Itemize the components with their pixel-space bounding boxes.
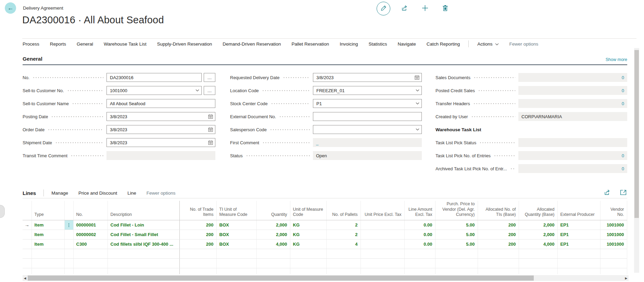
cell-trade_items[interactable]: 200 xyxy=(179,220,216,230)
ellipsis-button[interactable]: … xyxy=(204,86,215,95)
cell-vendor_no[interactable]: 1001000 xyxy=(600,220,627,230)
cell-quantity[interactable]: 2,000 xyxy=(256,230,290,239)
column-header-quantity[interactable]: Quantity xyxy=(256,201,290,220)
cell-type[interactable]: Item xyxy=(31,220,64,230)
cell-line_amount[interactable]: 0.00 xyxy=(404,230,435,239)
vertical-scrollbar-thumb[interactable] xyxy=(634,50,639,218)
edit-button[interactable] xyxy=(377,2,390,15)
cell-unit_price[interactable] xyxy=(361,230,404,239)
input-shipment-date[interactable]: 3/8/2023 xyxy=(106,138,215,147)
column-header-unit_price[interactable]: Unit Price Excl. Tax xyxy=(361,201,404,220)
side-pane-handle[interactable] xyxy=(0,205,5,218)
cell-ext_producer[interactable]: EP1 xyxy=(557,239,600,249)
calendar-icon[interactable] xyxy=(415,75,419,80)
cell-alloc_qty[interactable]: 4,000 xyxy=(519,239,557,249)
scroll-right-arrow-icon[interactable]: ▶ xyxy=(624,275,629,281)
column-header-no[interactable]: No. xyxy=(73,201,108,220)
ribbon-item-reports[interactable]: Reports xyxy=(50,41,66,47)
scroll-left-arrow-icon[interactable]: ◀ xyxy=(23,275,27,281)
cell-ti_uom[interactable]: BOX xyxy=(216,239,256,249)
cell-uom[interactable]: KG xyxy=(290,239,326,249)
input-requested-delivery-date[interactable]: 3/8/2023 xyxy=(313,73,422,82)
share-button[interactable] xyxy=(399,3,411,14)
table-row[interactable]: Item00000002Cod Fillet - Small Fillet200… xyxy=(23,230,627,239)
cell-no[interactable]: 00000001 xyxy=(73,220,108,230)
column-header-trade_items[interactable]: No. of Trade Items xyxy=(179,201,216,220)
table-row[interactable]: →Item⋮00000001Cod Fillet - Loin200BOX2,0… xyxy=(23,220,627,230)
cell-no[interactable]: C300 xyxy=(73,239,108,249)
column-header-ext_producer[interactable]: External Producer xyxy=(557,201,600,220)
chevron-down-icon[interactable] xyxy=(416,128,419,131)
ribbon-item-demand-driven-reservation[interactable]: Demand-Driven Reservation xyxy=(223,41,281,47)
column-header-type[interactable]: Type xyxy=(31,201,64,220)
cell-alloc_qty[interactable]: 2,000 xyxy=(519,230,557,239)
cell-ti_uom[interactable]: BOX xyxy=(216,220,256,230)
ribbon-fewer-options[interactable]: Fewer options xyxy=(509,41,539,47)
ribbon-item-invoicing[interactable]: Invoicing xyxy=(340,41,358,47)
input-no[interactable]: DA2300016 xyxy=(106,73,202,82)
horizontal-scrollbar-thumb[interactable] xyxy=(28,275,534,281)
add-button[interactable] xyxy=(419,3,431,14)
cell-alloc_qty[interactable]: 2,000 xyxy=(519,220,557,230)
cell-ext_producer[interactable]: EP1 xyxy=(557,220,600,230)
column-header-line_amount[interactable]: Line Amount Excl. Tax xyxy=(404,201,435,220)
input-location-code[interactable]: FREEZER_01 xyxy=(313,86,422,95)
column-header-uom[interactable]: Unit of Measure Code xyxy=(290,201,326,220)
cell-ext_producer[interactable]: EP1 xyxy=(557,230,600,239)
cell-unit_price[interactable] xyxy=(361,220,404,230)
ribbon-item-pallet-reservation[interactable]: Pallet Reservation xyxy=(292,41,329,47)
drilldown-value[interactable]: _ xyxy=(316,140,318,145)
cell-quantity[interactable]: 2,000 xyxy=(256,220,290,230)
chevron-down-icon[interactable] xyxy=(416,102,419,105)
cell-description[interactable]: Cod fillets sl/bl IQF 300-400 ... xyxy=(108,239,179,249)
cell-pallets[interactable]: 2 xyxy=(326,230,361,239)
ribbon-item-catch-reporting[interactable]: Catch Reporting xyxy=(427,41,460,47)
cell-ti_uom[interactable]: BOX xyxy=(216,230,256,239)
calendar-icon[interactable] xyxy=(208,140,213,145)
cell-quantity[interactable]: 4,000 xyxy=(256,239,290,249)
cell-no[interactable]: 00000002 xyxy=(73,230,108,239)
calendar-icon[interactable] xyxy=(208,114,213,119)
cell-description[interactable]: Cod Fillet - Small Fillet xyxy=(108,230,179,239)
cell-uom[interactable]: KG xyxy=(290,220,326,230)
ribbon-item-statistics[interactable]: Statistics xyxy=(368,41,387,47)
column-header-alloc_qty[interactable]: Allocated Quantity (Base) xyxy=(519,201,557,220)
cell-description[interactable]: Cod Fillet - Loin xyxy=(108,220,179,230)
cell-alloc_tis[interactable]: 200 xyxy=(478,220,519,230)
input-posting-date[interactable]: 3/8/2023 xyxy=(106,112,215,121)
empty-table-row[interactable] xyxy=(23,249,627,258)
lines-tab-line[interactable]: Line xyxy=(127,191,136,196)
vertical-scrollbar[interactable] xyxy=(634,48,639,273)
horizontal-scrollbar[interactable]: ◀ ▶ xyxy=(23,275,629,281)
ribbon-item-warehouse-task-list[interactable]: Warehouse Task List xyxy=(104,41,147,47)
delete-button[interactable] xyxy=(439,3,451,14)
cell-alloc_tis[interactable]: 200 xyxy=(478,239,519,249)
column-header-arrow[interactable] xyxy=(23,201,31,220)
ellipsis-button[interactable]: … xyxy=(204,73,215,82)
input-stock-center-code[interactable]: P1 xyxy=(313,99,422,108)
show-more-link[interactable]: Show more xyxy=(606,57,627,62)
cell-unit_price[interactable] xyxy=(361,239,404,249)
chevron-down-icon[interactable] xyxy=(416,89,419,92)
lines-fewer-options[interactable]: Fewer options xyxy=(147,191,176,196)
cell-purch_price[interactable]: 5.00 xyxy=(435,220,478,230)
drilldown-value[interactable]: 0 xyxy=(622,166,624,171)
cell-pallets[interactable]: 4 xyxy=(326,239,361,249)
share-button[interactable] xyxy=(603,189,611,197)
drilldown-value[interactable]: 0 xyxy=(622,88,624,93)
lines-tab-manage[interactable]: Manage xyxy=(51,191,68,196)
cell-pallets[interactable]: 2 xyxy=(326,220,361,230)
cell-purch_price[interactable]: 5.00 xyxy=(435,239,478,249)
back-button[interactable]: ← xyxy=(5,2,16,14)
column-header-description[interactable]: Description xyxy=(108,201,179,220)
popout-button[interactable] xyxy=(619,189,627,197)
ribbon-item-supply-driven-reservation[interactable]: Supply-Driven Reservation xyxy=(157,41,212,47)
lines-tab-price-and-discount[interactable]: Price and Discount xyxy=(78,191,117,196)
table-row[interactable]: ItemC300Cod fillets sl/bl IQF 300-400 ..… xyxy=(23,239,627,249)
input-sell-to-customer-no[interactable]: 1001000 xyxy=(106,86,202,95)
cell-vendor_no[interactable]: 1001000 xyxy=(600,230,627,239)
input-external-document-no[interactable] xyxy=(313,112,422,121)
cell-trade_items[interactable]: 200 xyxy=(179,230,216,239)
drilldown-value[interactable]: 0 xyxy=(622,75,624,80)
drilldown-value[interactable]: 0 xyxy=(622,101,624,106)
